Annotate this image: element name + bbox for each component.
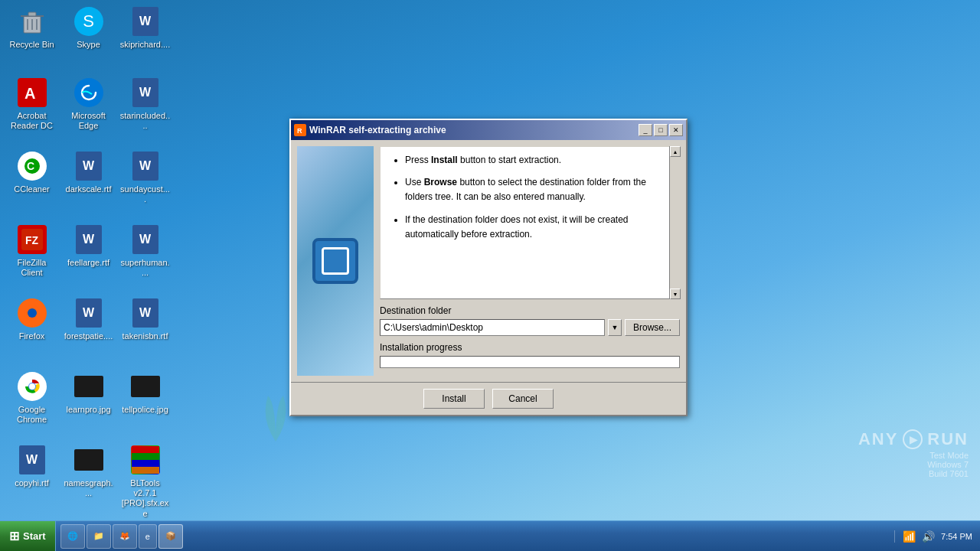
taskbar-edge[interactable]: e <box>139 524 157 549</box>
msedge-icon <box>74 77 104 108</box>
taskbar-winrar[interactable]: 📦 <box>158 524 183 549</box>
desktop-icon-starincluded[interactable]: W starincluded.... <box>116 74 174 134</box>
dialog-title: WinRAR self-extracting archive <box>309 125 635 135</box>
desktop-icon-firefox[interactable]: Firefox <box>3 295 60 344</box>
svg-point-14 <box>29 383 35 390</box>
taskbar-folder[interactable]: 📁 <box>87 524 111 549</box>
instruction-3: If the destination folder does not exist… <box>405 213 670 242</box>
minimize-button[interactable]: _ <box>639 124 652 136</box>
desktop-icon-label-bltool: BLTools v2.7.1 [PRO].sfx.exe <box>119 478 171 519</box>
desktop-icon-label-msedge: Microsoft Edge <box>63 111 114 131</box>
sfx-inner-box <box>322 247 349 275</box>
browse-button[interactable]: Browse... <box>625 319 680 336</box>
instruction-2: Use Browse button to select the destinat… <box>405 175 670 204</box>
desktop-icon-takenisbn[interactable]: W takenisbn.rtf <box>116 295 174 344</box>
install-button[interactable]: Install <box>423 389 485 409</box>
winrar-dialog: R WinRAR self-extracting archive _ □ ✕ <box>289 119 688 416</box>
edge-taskbar-icon: e <box>145 532 150 541</box>
desktop-icon-bltool[interactable]: BLTools v2.7.1 [PRO].sfx.exe <box>116 442 174 522</box>
svg-rect-15 <box>132 446 159 453</box>
ccleaner-icon: C <box>17 151 47 181</box>
destination-input-row: ▼ Browse... <box>380 319 680 336</box>
desktop-icon-darkscale[interactable]: W darkscale.rtf <box>60 148 117 197</box>
windows-logo-icon: ⊞ <box>9 529 19 543</box>
anyrun-text-any: ANY <box>858 429 898 449</box>
progress-bar-container <box>380 356 680 368</box>
learnpro-icon <box>74 371 104 402</box>
dialog-right-panel: Press Install button to start extraction… <box>380 146 680 376</box>
copyhi-icon: W <box>17 445 47 475</box>
destination-dropdown-arrow[interactable]: ▼ <box>608 319 622 336</box>
dialog-left-panel <box>297 146 374 376</box>
anyrun-play-icon: ▶ <box>903 429 923 449</box>
destination-folder-input[interactable] <box>380 319 605 336</box>
scroll-track <box>670 157 680 289</box>
desktop-icon-skiprichard[interactable]: W skiprichard.... <box>116 3 174 53</box>
scroll-up-arrow[interactable]: ▲ <box>670 146 681 157</box>
test-mode-label: Test Mode Windows 7 Build 7601 <box>927 451 969 478</box>
desktop-icon-namesgraph[interactable]: namesgraph.... <box>60 442 117 501</box>
desktop-icon-label-copyhi: copyhi.rtf <box>15 478 49 488</box>
desktop-icon-ccleaner[interactable]: C CCleaner <box>3 148 60 197</box>
desktop-icon-label-superhuman: superhuman.... <box>119 258 171 278</box>
desktop-icon-copyhi[interactable]: W copyhi.rtf <box>3 442 60 491</box>
acrobat-icon: A <box>17 77 47 108</box>
namesgraph-icon <box>74 445 104 475</box>
desktop-icon-learnpro[interactable]: learnpro.jpg <box>60 368 117 418</box>
taskbar-app-list: 🌐 📁 🦊 e 📦 <box>56 524 894 549</box>
scroll-down-arrow[interactable]: ▼ <box>670 289 681 299</box>
desktop-icon-tellpolice[interactable]: tellpolice.jpg <box>116 368 174 418</box>
bltool-icon <box>130 445 161 475</box>
desktop-icon-label-takenisbn: takenisbn.rtf <box>122 331 168 341</box>
svg-text:R: R <box>297 127 302 135</box>
taskbar-firefox[interactable]: 🦊 <box>113 524 137 549</box>
start-button[interactable]: ⊞ Start <box>0 521 56 552</box>
desktop-icon-acrobat[interactable]: A Acrobat Reader DC <box>3 74 60 134</box>
desktop-icon-feellarge[interactable]: W feellarge.rtf <box>60 221 117 271</box>
desktop: Recycle Bin S Skype W skiprichard.... A … <box>0 0 980 520</box>
desktop-icon-label-ccleaner: CCleaner <box>14 184 49 194</box>
cancel-button[interactable]: Cancel <box>492 389 554 409</box>
progress-section: Installation progress <box>380 342 680 368</box>
desktop-icon-label-skiprichard: skiprichard.... <box>120 40 170 50</box>
ie-icon: 🌐 <box>67 531 78 541</box>
desktop-icon-label-chrome: Google Chrome <box>6 405 57 425</box>
dialog-body: Press Install button to start extraction… <box>291 140 686 382</box>
svg-text:FZ: FZ <box>25 234 39 246</box>
starincluded-icon: W <box>130 77 161 108</box>
svg-text:C: C <box>27 160 34 172</box>
desktop-icon-filezilla[interactable]: FZ FileZilla Client <box>3 221 60 281</box>
forestpatie-icon: W <box>74 298 104 328</box>
desktop-icon-label-filezilla: FileZilla Client <box>6 258 57 278</box>
svg-rect-1 <box>28 12 36 16</box>
destination-folder-label: Destination folder <box>380 305 680 316</box>
desktop-icon-label-firefox: Firefox <box>19 331 45 341</box>
filezilla-icon: FZ <box>17 224 47 255</box>
tray-clock[interactable]: 7:54 PM <box>941 532 972 541</box>
instruction-box: Press Install button to start extraction… <box>380 146 680 299</box>
desktop-icon-msedge[interactable]: Microsoft Edge <box>60 74 117 134</box>
anyrun-logo: ANY ▶ RUN <box>858 429 969 449</box>
sundaycust-icon: W <box>130 151 161 181</box>
tellpolice-icon <box>130 371 161 402</box>
desktop-icon-superhuman[interactable]: W superhuman.... <box>116 221 174 281</box>
close-button[interactable]: ✕ <box>669 124 683 136</box>
desktop-icon-label-sundaycust: sundaycust.... <box>119 184 171 204</box>
desktop-icon-label-darkscale: darkscale.rtf <box>66 184 112 194</box>
desktop-icon-label-starincluded: starincluded.... <box>119 111 171 131</box>
taskbar: ⊞ Start 🌐 📁 🦊 e 📦 📶 🔊 7:54 PM <box>0 520 980 551</box>
takenisbn-icon: W <box>130 298 161 328</box>
desktop-icon-skype[interactable]: S Skype <box>60 3 117 53</box>
desktop-icon-chrome[interactable]: Google Chrome <box>3 368 60 428</box>
taskbar-ie[interactable]: 🌐 <box>60 524 85 549</box>
desktop-icon-forestpatie[interactable]: W forestpatie.... <box>60 295 117 344</box>
desktop-icon-sundaycust[interactable]: W sundaycust.... <box>116 148 174 207</box>
start-label: Start <box>23 530 46 542</box>
anyrun-branding: ANY ▶ RUN Test Mode Windows 7 Build 7601 <box>858 429 969 478</box>
restore-button[interactable]: □ <box>654 124 668 136</box>
desktop-icon-label-skype: Skype <box>77 40 100 50</box>
desktop-icon-recycle-bin[interactable]: Recycle Bin <box>3 3 60 53</box>
svg-text:A: A <box>24 85 35 102</box>
desktop-icon-label-forestpatie: forestpatie.... <box>64 331 113 341</box>
desktop-icon-label-namesgraph: namesgraph.... <box>63 478 114 498</box>
